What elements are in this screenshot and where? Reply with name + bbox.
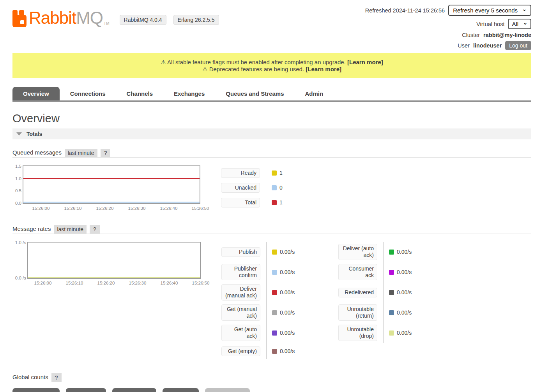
brand-rabbit: Rabbit [29,8,76,27]
x-tick: 15:26:30 [129,281,147,285]
message-rates-title: Message rates [12,225,51,234]
total-value: 1 [279,199,283,206]
legend-label-unroutable-drop[interactable]: Unroutable (drop) [338,325,377,341]
header: RabbitMQ TM RabbitMQ 4.0.4 Erlang 26.2.5… [12,0,531,53]
redelivered-swatch-icon [389,290,394,295]
queued-messages-help-icon[interactable]: ? [101,149,111,157]
gridline [23,191,200,191]
unacked-series-line [23,202,200,203]
legend-label-get-auto-ack[interactable]: Get (auto ack) [221,325,260,341]
legend-label-unacked[interactable]: Unacked [221,183,260,193]
publisher-confirm-swatch-icon [272,270,277,275]
get-manual-ack-rate: 0.00/s [280,309,295,316]
legend-label-total[interactable]: Total [221,198,260,207]
deliver-auto-ack-rate: 0.00/s [397,249,412,255]
message-rates-period-badge[interactable]: last minute [54,225,87,234]
user-label: User [458,42,470,49]
channels-count-button[interactable]: Channels: 0 [66,388,106,392]
unroutable-drop-swatch-icon [389,330,394,336]
learn-more-link-1[interactable]: [Learn more] [347,59,383,65]
banner-line-feature-flags: ⚠ All stable feature flags must be enabl… [16,59,527,66]
virtual-host-select[interactable]: All ⌄ [508,19,531,29]
refresh-interval-select[interactable]: Refresh every 5 seconds ⌄ [448,5,531,16]
queued-messages-period-badge[interactable]: last minute [65,149,97,157]
legend-label-deliver-auto-ack[interactable]: Deliver (auto ack) [338,244,377,260]
message-rates-help-icon[interactable]: ? [90,225,100,234]
chevron-down-icon: ⌄ [522,7,527,11]
get-manual-ack-swatch-icon [272,310,277,315]
tab-exchanges[interactable]: Exchanges [163,87,215,100]
deliver-manual-ack-rate: 0.00/s [280,289,295,295]
y-tick: 1.0 [15,176,21,181]
legend-label-consumer-ack[interactable]: Consumer ack [338,264,377,280]
unacked-value: 0 [279,185,283,191]
legend-label-redelivered[interactable]: Redelivered [338,288,377,297]
cluster-name: rabbit@my-linode [483,32,531,38]
warning-banner: ⚠ All stable feature flags must be enabl… [12,53,531,78]
x-tick: 15:26:40 [161,281,178,285]
consumer-ack-swatch-icon [389,270,394,275]
tab-queues-and-streams[interactable]: Queues and Streams [215,87,294,100]
x-axis-labels: 15:26:00 15:26:10 15:26:20 15:26:30 15:2… [27,279,201,286]
connections-count-button[interactable]: Connections: 0 [12,388,60,392]
redelivered-rate: 0.00/s [397,289,412,295]
unroutable-drop-rate: 0.00/s [397,330,412,336]
brand-wordmark: RabbitMQ [29,9,103,27]
tab-overview[interactable]: Overview [12,87,60,100]
chevron-down-icon: ⌄ [523,21,527,25]
tab-admin[interactable]: Admin [295,87,334,100]
exchanges-count-button[interactable]: Exchanges: 8 [112,388,156,392]
total-swatch-icon [272,200,277,205]
banner-text-1: ⚠ All stable feature flags must be enabl… [161,59,346,65]
y-tick: 0.5 [15,188,21,193]
learn-more-link-2[interactable]: [Learn more] [306,66,341,72]
x-tick: 15:26:40 [160,206,178,211]
legend-label-publish[interactable]: Publish [221,247,260,257]
banner-text-2: ⚠ Deprecated features are being used. [202,66,304,72]
ready-value: 1 [279,170,283,176]
queued-messages-section: Queued messages last minute ? 1.5 1.0 0.… [12,149,531,211]
publish-swatch-icon [272,250,277,255]
x-tick: 15:26:00 [34,281,52,285]
publish-rate: 0.00/s [280,249,295,255]
x-tick: 15:26:10 [66,281,83,285]
logout-button[interactable]: Log out [505,41,531,50]
x-tick: 15:26:30 [128,206,146,211]
x-tick: 15:26:50 [192,281,210,285]
unroutable-return-swatch-icon [389,310,394,315]
ready-swatch-icon [272,171,277,176]
message-rates-section: Message rates last minute ? 1.0 /s 0.0 /… [12,225,531,359]
queued-messages-title: Queued messages [12,149,62,157]
deliver-manual-ack-swatch-icon [272,290,277,295]
legend-label-get-empty[interactable]: Get (empty) [221,346,260,356]
message-rates-legend-right: Deliver (auto ack) 0.00/s Consumer ack 0… [337,242,414,359]
brand-mq: MQ [76,8,103,27]
rabbitmq-logo[interactable]: RabbitMQ TM [12,9,110,27]
legend-label-unroutable-return[interactable]: Unroutable (return) [338,304,377,321]
totals-label: Totals [27,131,42,137]
consumers-count-button: Consumers: 0 [205,388,250,392]
queued-messages-chart: 1.5 1.0 0.5 0.0 [23,165,200,204]
totals-section-header[interactable]: Totals [12,128,531,139]
unroutable-drop-series-line [28,277,200,278]
queued-messages-legend: Ready 1 Unacked 0 Total 1 [220,165,296,211]
unacked-swatch-icon [272,185,277,190]
refreshed-timestamp: Refreshed 2024-11-24 15:26:56 [365,7,445,14]
virtual-host-label: Virtual host [476,21,504,27]
get-auto-ack-rate: 0.00/s [280,330,295,336]
tabbar-divider [12,100,531,102]
rabbitmq-logo-icon [12,9,27,27]
legend-label-get-manual-ack[interactable]: Get (manual ack) [221,304,260,321]
tab-connections[interactable]: Connections [60,87,116,100]
legend-label-publisher-confirm[interactable]: Publisher confirm [221,264,260,280]
publisher-confirm-rate: 0.00/s [280,269,295,275]
global-counts-help-icon[interactable]: ? [51,373,62,382]
y-tick: 0.0 [15,201,21,206]
cluster-label: Cluster [462,32,480,38]
legend-label-ready[interactable]: Ready [221,168,260,178]
queues-count-button[interactable]: Queues: 1 [163,388,199,392]
legend-label-deliver-manual-ack[interactable]: Deliver (manual ack) [221,284,260,301]
x-tick: 15:26:20 [97,281,115,285]
trademark-label: TM [104,21,109,26]
tab-channels[interactable]: Channels [116,87,164,100]
